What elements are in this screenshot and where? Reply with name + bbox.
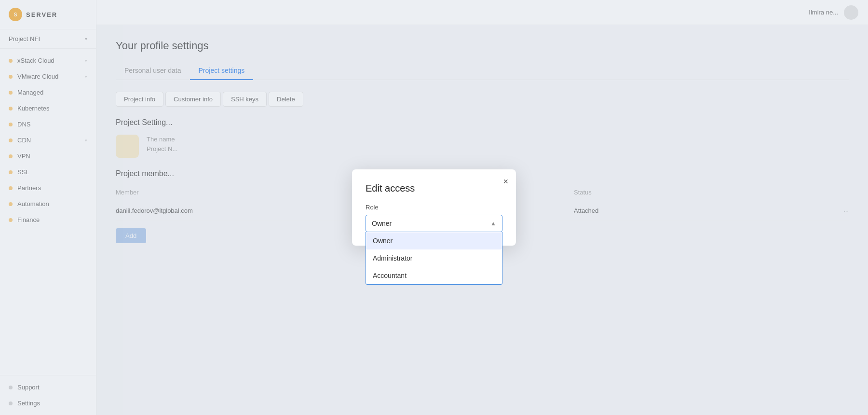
modal-title: Edit access — [366, 183, 502, 194]
edit-access-modal: × Edit access Role Owner ▲ Owner Adminis… — [352, 169, 516, 246]
modal-overlay: × Edit access Role Owner ▲ Owner Adminis… — [0, 0, 868, 415]
role-dropdown[interactable]: Owner ▲ Owner Administrator Accountant — [366, 215, 502, 232]
role-label: Role — [366, 204, 502, 211]
modal-close-button[interactable]: × — [503, 177, 508, 186]
dropdown-trigger[interactable]: Owner ▲ — [366, 215, 502, 232]
dropdown-option-administrator[interactable]: Administrator — [366, 249, 502, 267]
dropdown-list: Owner Administrator Accountant — [366, 232, 502, 285]
chevron-up-icon: ▲ — [490, 220, 496, 227]
dropdown-selected-value: Owner — [372, 220, 392, 227]
dropdown-option-accountant[interactable]: Accountant — [366, 267, 502, 284]
dropdown-option-owner[interactable]: Owner — [366, 232, 502, 249]
